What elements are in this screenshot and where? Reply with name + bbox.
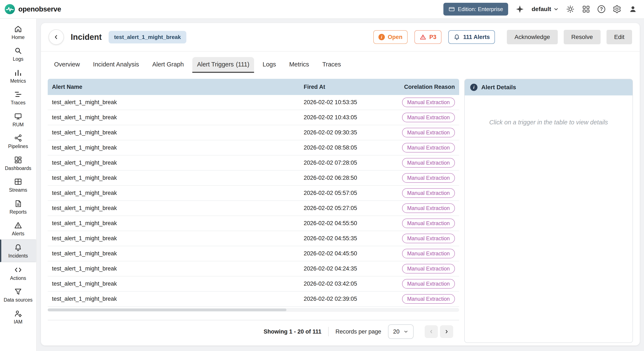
- table-row[interactable]: test_alert_1_might_break 2026-02-02 05:5…: [48, 186, 459, 201]
- table-row[interactable]: test_alert_1_might_break 2026-02-02 07:2…: [48, 156, 459, 170]
- sidebar-item-pipelines[interactable]: Pipelines: [0, 130, 36, 152]
- table-row[interactable]: test_alert_1_might_break 2026-02-02 04:5…: [48, 231, 459, 246]
- table-row[interactable]: test_alert_1_might_break 2026-02-02 02:3…: [48, 292, 459, 307]
- tab-bar: Overview Incident Analysis Alert Graph A…: [41, 52, 640, 73]
- cell-fired-at: 2026-02-02 09:30:35: [304, 129, 376, 136]
- cell-alert-name: test_alert_1_might_break: [52, 205, 304, 212]
- edition-enterprise-button[interactable]: Edition: Enterprise: [444, 3, 508, 16]
- alert-details-body: Click on a trigger in the table to view …: [465, 96, 632, 342]
- profile-icon[interactable]: [629, 5, 637, 14]
- chevron-down-icon: [553, 6, 559, 12]
- table-row[interactable]: test_alert_1_might_break 2026-02-02 10:4…: [48, 110, 459, 125]
- pipeline-icon: [14, 134, 22, 142]
- sidebar-item-alerts[interactable]: Alerts: [0, 218, 36, 240]
- table-row[interactable]: test_alert_1_might_break 2026-02-02 08:5…: [48, 140, 459, 156]
- home-icon: [14, 25, 22, 33]
- table-row[interactable]: test_alert_1_might_break 2026-02-02 04:5…: [48, 216, 459, 231]
- sidebar-item-metrics[interactable]: Metrics: [0, 65, 36, 87]
- sidebar-item-dashboards[interactable]: Dashboards: [0, 152, 36, 174]
- alerts-count-label: 111 Alerts: [463, 34, 490, 40]
- corelation-reason-badge: Manual Extraction: [402, 113, 455, 122]
- table-row[interactable]: test_alert_1_might_break 2026-02-02 09:3…: [48, 125, 459, 140]
- sidebar-item-actions[interactable]: Actions: [0, 262, 36, 284]
- cell-fired-at: 2026-02-02 10:43:05: [304, 114, 376, 121]
- cell-alert-name: test_alert_1_might_break: [52, 144, 304, 151]
- table-row[interactable]: test_alert_1_might_break 2026-02-02 05:2…: [48, 201, 459, 216]
- info-icon: i: [470, 84, 478, 91]
- sidebar-item-label: RUM: [12, 122, 24, 127]
- sidebar-item-label: Dashboards: [5, 166, 31, 171]
- sidebar-item-data-sources[interactable]: Data sources: [0, 284, 36, 306]
- sidebar-item-label: Incidents: [8, 253, 28, 258]
- theme-sun-icon[interactable]: [566, 5, 574, 14]
- dashboard-icon: [14, 156, 22, 164]
- tab-alert-graph[interactable]: Alert Graph: [148, 57, 188, 73]
- incident-name-badge: test_alert_1_might_break: [108, 31, 186, 44]
- corelation-reason-badge: Manual Extraction: [402, 128, 455, 138]
- table-row[interactable]: test_alert_1_might_break 2026-02-02 04:2…: [48, 261, 459, 276]
- sidebar-item-traces[interactable]: Traces: [0, 87, 36, 108]
- settings-gear-icon[interactable]: [612, 5, 622, 14]
- sidebar-item-streams[interactable]: Streams: [0, 174, 36, 196]
- edition-card-icon: [448, 6, 455, 12]
- grid-icon: [14, 178, 22, 186]
- incident-header: Incident test_alert_1_might_break i Open…: [41, 23, 640, 52]
- cell-alert-name: test_alert_1_might_break: [52, 175, 304, 181]
- per-page-value: 20: [393, 328, 400, 335]
- cell-fired-at: 2026-02-02 04:55:35: [304, 235, 376, 242]
- tab-logs[interactable]: Logs: [258, 57, 281, 73]
- resolve-button[interactable]: Resolve: [564, 30, 600, 44]
- cell-fired-at: 2026-02-02 04:24:35: [304, 266, 376, 272]
- help-icon[interactable]: ?: [598, 5, 605, 13]
- sidebar-item-reports[interactable]: Reports: [0, 196, 36, 218]
- sidebar-item-logs[interactable]: Logs: [0, 43, 36, 65]
- org-selector[interactable]: default: [532, 6, 559, 12]
- per-page-select[interactable]: 20: [388, 324, 414, 339]
- chevron-down-icon: [403, 329, 408, 334]
- info-icon: i: [378, 34, 385, 40]
- corelation-reason-badge: Manual Extraction: [402, 234, 455, 243]
- table-row[interactable]: test_alert_1_might_break 2026-02-02 06:2…: [48, 170, 459, 186]
- cell-fired-at: 2026-02-02 03:42:05: [304, 280, 376, 287]
- corelation-reason-badge: Manual Extraction: [402, 158, 455, 168]
- scrollbar-thumb[interactable]: [48, 308, 286, 311]
- cell-alert-name: test_alert_1_might_break: [52, 129, 304, 136]
- priority-warning-icon: [420, 34, 426, 40]
- search-icon: [14, 46, 22, 55]
- spark-icon[interactable]: [515, 5, 524, 14]
- tab-overview[interactable]: Overview: [50, 57, 84, 73]
- cell-fired-at: 2026-02-02 02:39:05: [304, 296, 376, 302]
- next-page-button[interactable]: [440, 325, 453, 338]
- corelation-reason-badge: Manual Extraction: [402, 143, 455, 152]
- acknowledge-button[interactable]: Acknowledge: [507, 30, 558, 44]
- sidebar-item-home[interactable]: Home: [0, 21, 36, 43]
- logo-icon: [4, 4, 15, 15]
- sidebar-item-iam[interactable]: IAM: [0, 306, 36, 328]
- tab-count: (111): [236, 61, 250, 68]
- priority-label: P3: [429, 34, 436, 40]
- tab-incident-analysis[interactable]: Incident Analysis: [88, 57, 144, 73]
- priority-badge: P3: [414, 30, 442, 44]
- edit-button[interactable]: Edit: [606, 30, 632, 44]
- table-body: test_alert_1_might_break 2026-02-02 10:5…: [48, 95, 459, 307]
- sidebar-item-rum[interactable]: RUM: [0, 108, 36, 130]
- sidebar-item-incidents[interactable]: Incidents: [0, 240, 36, 262]
- table-row[interactable]: test_alert_1_might_break 2026-02-02 10:5…: [48, 95, 459, 110]
- tab-alert-triggers[interactable]: Alert Triggers(111): [192, 57, 254, 73]
- column-header-corelation-reason: Corelation Reason: [376, 84, 455, 90]
- tab-metrics[interactable]: Metrics: [284, 57, 314, 73]
- sidebar-item-label: Streams: [9, 187, 27, 193]
- prev-page-button[interactable]: [425, 325, 438, 338]
- sidebar-item-label: Home: [12, 34, 24, 40]
- code-icon: [14, 266, 22, 274]
- org-selected-value: default: [532, 6, 551, 12]
- incident-page-card: Incident test_alert_1_might_break i Open…: [41, 23, 640, 346]
- apps-grid-icon[interactable]: [582, 5, 590, 14]
- chevron-left-icon: [52, 33, 60, 41]
- tab-traces[interactable]: Traces: [318, 57, 346, 73]
- brand-logo[interactable]: openobserve: [4, 4, 61, 15]
- table-row[interactable]: test_alert_1_might_break 2026-02-02 03:4…: [48, 276, 459, 292]
- back-button[interactable]: [48, 30, 64, 45]
- table-row[interactable]: test_alert_1_might_break 2026-02-02 04:4…: [48, 246, 459, 261]
- horizontal-scrollbar[interactable]: [48, 308, 459, 312]
